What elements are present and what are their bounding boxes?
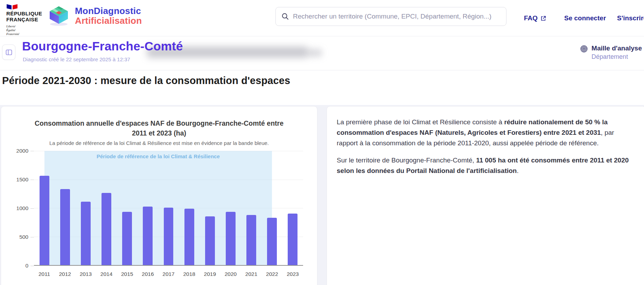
x-tick-label: 2021: [245, 271, 257, 277]
y-tick-label: 0: [25, 263, 28, 269]
x-tick-label: 2014: [100, 271, 112, 277]
bar-2014[interactable]: [102, 193, 111, 265]
login-link[interactable]: Se connecter: [564, 0, 606, 36]
analysis-scale-value: Département: [592, 53, 642, 61]
bar-2011[interactable]: [40, 176, 49, 265]
info-paragraph: La première phase de loi Climat et Résil…: [337, 117, 629, 148]
x-tick-label: 2019: [204, 271, 216, 277]
chart-plot[interactable]: Période de référence de la loi Climat & …: [34, 151, 303, 266]
analysis-scale: Maille d'analyse Département: [580, 44, 642, 61]
section-title: Période 2021-2030 : mesure de la consomm…: [2, 75, 290, 86]
y-tick-mark: [30, 151, 34, 151]
bar-2021[interactable]: [246, 215, 256, 265]
territory-search: [275, 7, 506, 26]
external-link-icon: [540, 15, 546, 21]
analysis-scale-label: Maille d'analyse: [592, 44, 642, 52]
x-tick-label: 2020: [225, 271, 237, 277]
search-input[interactable]: [293, 13, 500, 20]
bar-2015[interactable]: [122, 212, 132, 265]
bar-2023[interactable]: [288, 214, 298, 265]
chart-title: Consommation annuelle d'espaces NAF de B…: [33, 118, 285, 138]
page: RÉPUBLIQUE FRANÇAISE Liberté Égalité Fra…: [0, 0, 644, 285]
blurred-text: [308, 49, 322, 57]
target-icon: [580, 45, 588, 61]
sidebar-toggle-button[interactable]: [2, 44, 15, 60]
y-tick-label: 1000: [16, 205, 28, 211]
info-paragraph: Sur le territoire de Bourgogne-Franche-C…: [337, 155, 629, 176]
y-tick-label: 2000: [16, 148, 28, 154]
x-tick-label: 2018: [183, 271, 195, 277]
chart-x-axis: 2011201220132014201520162017201820192020…: [34, 271, 303, 279]
reference-period-band: Période de référence de la loi Climat & …: [44, 151, 272, 265]
territory-title: Bourgogne-Franche-Comté: [22, 39, 183, 53]
bar-2016[interactable]: [143, 207, 153, 265]
bar-2019[interactable]: [205, 216, 215, 265]
app-name: MonDiagnostic Artificialisation: [75, 6, 142, 26]
x-tick-label: 2011: [38, 271, 50, 277]
x-tick-label: 2016: [142, 271, 154, 277]
x-tick-label: 2017: [162, 271, 174, 277]
bar-2022[interactable]: [267, 218, 277, 265]
faq-link[interactable]: FAQ: [524, 0, 546, 36]
bar-2012[interactable]: [60, 189, 70, 265]
bar-2013[interactable]: [81, 202, 91, 265]
chart-y-axis: 0500100015002000: [1, 151, 34, 266]
bar-2020[interactable]: [226, 212, 236, 265]
chart-subtitle: La période de référence de la loi Climat…: [9, 140, 310, 146]
top-header: RÉPUBLIQUE FRANÇAISE Liberté Égalité Fra…: [0, 0, 644, 36]
app-logo[interactable]: MonDiagnostic Artificialisation: [47, 5, 142, 27]
y-tick-mark: [30, 237, 34, 237]
consumption-chart-card: Consommation annuelle d'espaces NAF de B…: [1, 106, 317, 285]
x-tick-label: 2013: [80, 271, 92, 277]
y-tick-mark: [30, 266, 34, 266]
x-tick-label: 2023: [287, 271, 299, 277]
info-paragraphs: La première phase de loi Climat et Résil…: [337, 117, 629, 176]
search-icon: [281, 13, 289, 20]
territory-header: Bourgogne-Franche-Comté Diagnostic créé …: [0, 37, 644, 70]
x-tick-label: 2012: [59, 271, 71, 277]
y-tick-label: 1500: [16, 176, 28, 183]
diagnostic-date: Diagnostic créé le 22 septembre 2025 à 1…: [23, 56, 130, 62]
x-tick-label: 2022: [266, 271, 278, 277]
y-tick-mark: [30, 180, 34, 180]
x-tick-label: 2015: [121, 271, 133, 277]
y-tick-label: 500: [19, 234, 28, 240]
signup-link[interactable]: S'inscrire: [617, 0, 644, 36]
panel-icon: [5, 49, 13, 56]
bar-2017[interactable]: [164, 208, 174, 265]
y-tick-mark: [30, 208, 34, 209]
reference-period-band-label: Période de référence de la loi Climat & …: [44, 153, 272, 159]
law-info-card: La première phase de loi Climat et Résil…: [327, 106, 644, 285]
mondiagnostic-cube-icon: [47, 5, 70, 27]
content-area: Consommation annuelle d'espaces NAF de B…: [0, 105, 644, 285]
bar-2018[interactable]: [184, 209, 194, 265]
